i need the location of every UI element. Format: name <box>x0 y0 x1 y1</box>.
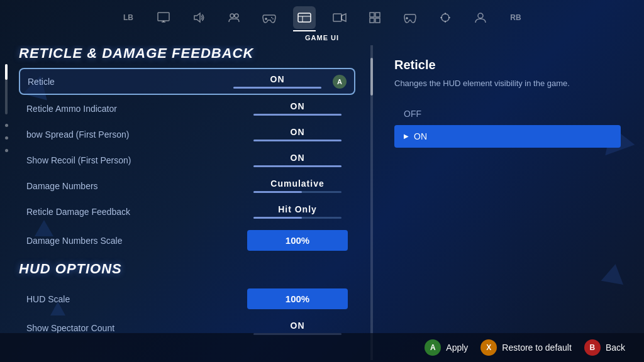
setting-damage-numbers[interactable]: Damage Numbers Cumulative <box>19 173 355 198</box>
info-panel: Reticle Changes the HUD element visibili… <box>375 45 640 360</box>
top-nav: LB RB <box>0 0 644 43</box>
a-button-indicator: A <box>333 75 347 89</box>
svg-marker-14 <box>341 14 346 21</box>
settings-panel: RETICLE & DAMAGE FEEDBACK Reticle ON A R… <box>13 45 368 360</box>
svg-rect-18 <box>375 18 380 23</box>
nav-crosshair[interactable] <box>434 6 457 29</box>
svg-point-26 <box>478 13 483 18</box>
setting-hud-scale[interactable]: HUD Scale 100% <box>19 283 355 314</box>
restore-button-icon: X <box>480 339 497 356</box>
setting-show-recoil-label: Show Recoil (First Person) <box>26 155 247 165</box>
nav-rb[interactable]: RB <box>504 6 527 29</box>
nav-active-label: GAME UI <box>305 34 339 44</box>
nav-profile[interactable] <box>469 6 492 29</box>
setting-damage-numbers-label: Damage Numbers <box>26 181 247 191</box>
panel-divider <box>370 45 373 360</box>
setting-reticle-ammo[interactable]: Reticle Ammo Indicator ON <box>19 96 355 121</box>
apply-button-icon: A <box>425 339 441 356</box>
bottom-bar: A Apply X Restore to default B Back <box>0 333 644 362</box>
svg-rect-10 <box>298 13 311 22</box>
svg-point-4 <box>230 14 234 18</box>
setting-show-recoil[interactable]: Show Recoil (First Person) ON <box>19 148 355 172</box>
restore-button-label: Restore to default <box>502 343 572 353</box>
back-button[interactable]: B Back <box>584 339 625 356</box>
setting-spectator-count-value: ON <box>291 321 305 331</box>
nav-gameui[interactable] <box>293 6 316 29</box>
back-button-icon: B <box>584 339 601 356</box>
nav-grid[interactable] <box>364 6 386 29</box>
sidebar-scroll <box>0 45 13 360</box>
setting-show-spread-value: ON <box>291 127 305 137</box>
svg-marker-3 <box>194 13 200 22</box>
nav-lb[interactable]: LB <box>117 6 140 29</box>
info-description: Changes the HUD element visibility in th… <box>394 77 621 90</box>
nav-audio[interactable] <box>187 6 210 29</box>
option-dropdown: OFF ON <box>394 102 621 148</box>
setting-hud-scale-label: HUD Scale <box>26 294 247 304</box>
setting-reticle-ammo-label: Reticle Ammo Indicator <box>26 104 247 114</box>
svg-rect-15 <box>370 13 374 17</box>
apply-button-label: Apply <box>446 343 468 353</box>
svg-rect-17 <box>370 18 374 23</box>
setting-hud-scale-value-btn[interactable]: 100% <box>247 288 348 309</box>
setting-reticle-feedback-label: Reticle Damage Feedback <box>26 207 247 217</box>
svg-rect-0 <box>158 13 169 21</box>
setting-reticle-feedback[interactable]: Reticle Damage Feedback Hit Only <box>19 199 355 224</box>
info-title: Reticle <box>394 58 621 72</box>
nav-controller[interactable] <box>399 6 421 29</box>
setting-damage-scale-label: Damage Numbers Scale <box>26 236 247 246</box>
svg-point-8 <box>271 17 272 18</box>
setting-reticle-ammo-value: ON <box>291 101 305 111</box>
setting-show-spread-label: bow Spread (First Person) <box>26 129 247 140</box>
svg-rect-16 <box>375 13 380 17</box>
section2-title: HUD OPTIONS <box>19 261 355 277</box>
svg-rect-13 <box>333 14 341 21</box>
svg-point-5 <box>235 14 238 18</box>
setting-reticle-value: ON <box>270 74 285 84</box>
setting-spectator-count-label: Show Spectator Count <box>26 323 247 333</box>
setting-reticle-label: Reticle <box>28 77 227 87</box>
svg-point-21 <box>441 14 449 21</box>
option-off[interactable]: OFF <box>394 102 621 125</box>
nav-display[interactable] <box>152 6 175 29</box>
back-button-label: Back <box>606 343 625 353</box>
nav-video[interactable] <box>328 6 351 29</box>
section1-title: RETICLE & DAMAGE FEEDBACK <box>19 45 355 62</box>
option-on[interactable]: ON <box>394 125 621 148</box>
setting-damage-scale-value-btn[interactable]: 100% <box>247 230 348 251</box>
setting-reticle-feedback-value: Hit Only <box>278 204 317 214</box>
apply-button[interactable]: A Apply <box>425 339 468 356</box>
restore-button[interactable]: X Restore to default <box>480 339 572 356</box>
setting-reticle[interactable]: Reticle ON A <box>19 68 355 95</box>
setting-damage-scale[interactable]: Damage Numbers Scale 100% <box>19 225 355 256</box>
setting-show-recoil-value: ON <box>291 153 305 163</box>
svg-point-9 <box>272 18 274 19</box>
nav-gamepad[interactable] <box>258 6 280 29</box>
nav-social[interactable] <box>223 6 245 29</box>
setting-damage-numbers-value: Cumulative <box>270 178 324 189</box>
setting-show-spread[interactable]: bow Spread (First Person) ON <box>19 122 355 146</box>
